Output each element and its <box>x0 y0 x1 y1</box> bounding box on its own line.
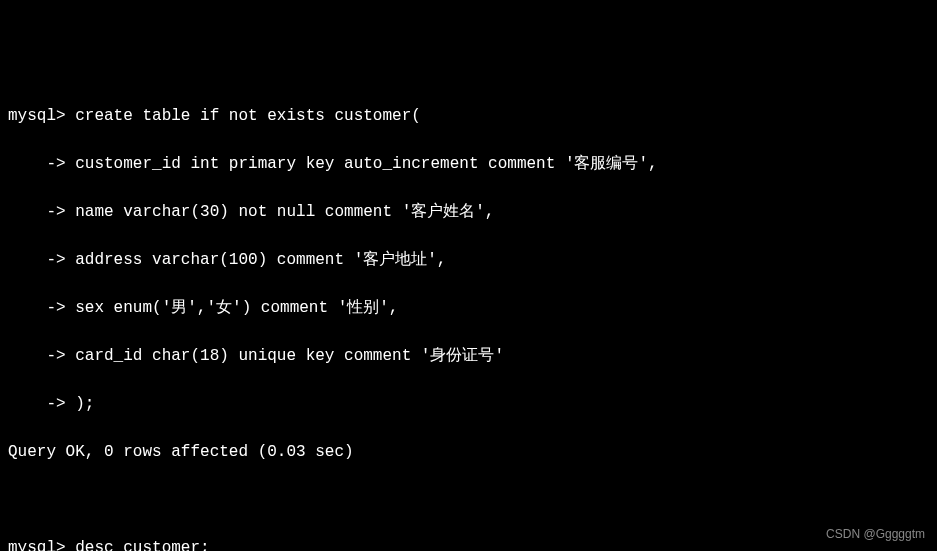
prompt-cont: -> <box>8 395 66 413</box>
prompt-cont: -> <box>8 155 66 173</box>
sql-line: -> name varchar(30) not null comment '客户… <box>8 200 929 224</box>
blank-line <box>8 488 929 512</box>
sql-text: desc customer; <box>66 539 210 551</box>
sql-text: address varchar(100) comment '客户地址', <box>66 251 447 269</box>
sql-text: customer_id int primary key auto_increme… <box>66 155 658 173</box>
prompt: mysql> <box>8 539 66 551</box>
sql-line: mysql> desc customer; <box>8 536 929 551</box>
sql-line: -> card_id char(18) unique key comment '… <box>8 344 929 368</box>
watermark: CSDN @Gggggtm <box>826 525 925 543</box>
sql-line: mysql> create table if not exists custom… <box>8 104 929 128</box>
sql-text: sex enum('男','女') comment '性别', <box>66 299 399 317</box>
sql-line: -> address varchar(100) comment '客户地址', <box>8 248 929 272</box>
sql-text: card_id char(18) unique key comment '身份证… <box>66 347 504 365</box>
sql-line: -> ); <box>8 392 929 416</box>
prompt-cont: -> <box>8 251 66 269</box>
prompt: mysql> <box>8 107 66 125</box>
sql-line: -> sex enum('男','女') comment '性别', <box>8 296 929 320</box>
sql-line: -> customer_id int primary key auto_incr… <box>8 152 929 176</box>
sql-text: name varchar(30) not null comment '客户姓名'… <box>66 203 495 221</box>
prompt-cont: -> <box>8 299 66 317</box>
prompt-cont: -> <box>8 347 66 365</box>
result-line: Query OK, 0 rows affected (0.03 sec) <box>8 440 929 464</box>
sql-text: create table if not exists customer( <box>66 107 421 125</box>
prompt-cont: -> <box>8 203 66 221</box>
sql-text: ); <box>66 395 95 413</box>
